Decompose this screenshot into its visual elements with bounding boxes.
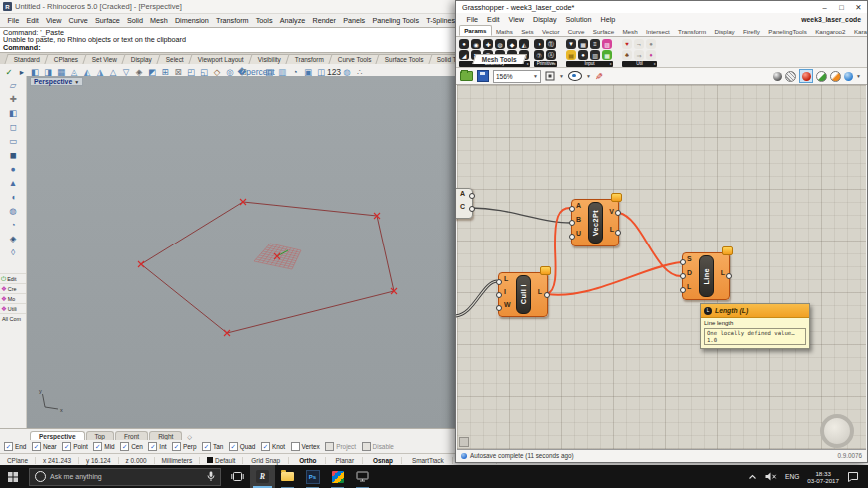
component-vec2pt[interactable]: Vec2Pt A B U V L bbox=[571, 199, 619, 246]
sidebar-tool-icon[interactable]: ● bbox=[7, 162, 20, 175]
toolbar-tab[interactable]: Transform bbox=[285, 54, 333, 64]
taskbar-app-display[interactable] bbox=[350, 465, 375, 488]
input-port[interactable] bbox=[680, 259, 686, 265]
checkbox[interactable] bbox=[148, 442, 157, 451]
rhino-menu-item[interactable]: Solid bbox=[123, 16, 146, 25]
ribbon-icon[interactable]: ⑪ bbox=[546, 39, 556, 49]
sidebar-tool-icon[interactable]: ◈ bbox=[7, 232, 20, 244]
taskbar-app-rhino[interactable]: R bbox=[250, 465, 275, 488]
cplane-button[interactable]: CPlane bbox=[0, 457, 36, 464]
sidebar-tool-icon[interactable]: ✚ bbox=[7, 92, 20, 105]
toolbar-tab[interactable]: Viewport Layout bbox=[188, 54, 253, 64]
warning-balloon-icon[interactable] bbox=[540, 266, 551, 275]
category-tab[interactable]: Maths bbox=[492, 27, 517, 36]
category-tab[interactable]: Sets bbox=[517, 27, 538, 36]
sidebar-tool-icon[interactable]: ◊ bbox=[7, 245, 20, 258]
cortana-search-box[interactable]: Ask me anything bbox=[29, 468, 221, 486]
taskbar-app-photos[interactable] bbox=[325, 465, 350, 488]
input-port[interactable] bbox=[680, 273, 686, 279]
grasshopper-menu-item[interactable]: Solution bbox=[561, 15, 596, 24]
zoom-extents-icon[interactable] bbox=[545, 71, 555, 81]
osnap-toggle[interactable]: Knot bbox=[261, 442, 285, 451]
input-port[interactable] bbox=[680, 287, 686, 293]
grasshopper-menu-item[interactable]: Edit bbox=[483, 15, 504, 24]
grasshopper-menu-item[interactable]: Help bbox=[596, 15, 620, 24]
status-toggle[interactable]: Osnap bbox=[365, 457, 402, 464]
sidebar-group-item[interactable]: All Com bbox=[0, 313, 26, 323]
sidebar-tool-icon[interactable]: ◔ bbox=[7, 218, 20, 231]
rhino-menu-item[interactable]: Surface bbox=[91, 16, 123, 25]
rhino-menu-item[interactable]: Dimension bbox=[171, 16, 212, 25]
component-cull-index[interactable]: Cull i L I W L bbox=[498, 272, 548, 317]
ribbon-icon[interactable]: ● bbox=[459, 39, 469, 49]
rhino-menu-item[interactable]: Tools bbox=[252, 16, 276, 25]
checkbox[interactable] bbox=[202, 442, 211, 451]
ribbon-icon[interactable]: ≡ bbox=[590, 39, 600, 49]
output-port[interactable] bbox=[726, 273, 732, 279]
sidebar-tool-icon[interactable]: ◻ bbox=[7, 120, 20, 133]
ribbon-icon[interactable]: ✚ bbox=[483, 39, 493, 49]
ribbon-icon[interactable]: ◢ bbox=[459, 50, 469, 60]
ribbon-icon[interactable]: ♥ bbox=[622, 39, 632, 49]
checkbox[interactable] bbox=[4, 442, 13, 451]
save-file-icon[interactable] bbox=[477, 70, 489, 82]
component-partial[interactable]: A C bbox=[455, 188, 473, 219]
sidebar-group-item[interactable]: ⏻Edit bbox=[0, 273, 26, 283]
toolbar-tab[interactable]: Curve Tools bbox=[328, 54, 381, 64]
ribbon-icon[interactable]: → bbox=[634, 39, 644, 49]
sidebar-tool-icon[interactable]: ◼ bbox=[7, 148, 20, 161]
warning-balloon-icon[interactable] bbox=[611, 193, 622, 202]
ribbon-icon[interactable]: ◑ bbox=[534, 39, 544, 49]
canvas-corner-widget[interactable] bbox=[459, 437, 469, 447]
osnap-toggle[interactable]: Point bbox=[62, 442, 88, 451]
layer-indicator[interactable]: Default bbox=[200, 457, 243, 464]
preview-selected-icon[interactable] bbox=[816, 71, 827, 82]
osnap-toggle[interactable]: Cen bbox=[120, 442, 143, 451]
category-tab[interactable]: Transform bbox=[674, 27, 710, 36]
ribbon-group-label[interactable]: Util bbox=[622, 61, 657, 67]
input-port[interactable] bbox=[569, 220, 575, 226]
taskbar-app-explorer[interactable] bbox=[275, 465, 300, 488]
microphone-icon[interactable] bbox=[207, 471, 215, 482]
component-name-capsule[interactable]: Cull i bbox=[516, 275, 531, 314]
wireframe-preview-icon[interactable] bbox=[785, 71, 796, 82]
open-file-icon[interactable] bbox=[460, 71, 473, 81]
toolbar-tab[interactable]: Standard bbox=[4, 54, 49, 64]
checkbox[interactable] bbox=[261, 442, 270, 451]
sidebar-tool-icon[interactable]: ◖ bbox=[7, 190, 20, 203]
rhino-menu-item[interactable]: Panels bbox=[340, 16, 369, 25]
preview-eye-icon[interactable] bbox=[568, 71, 582, 81]
rhino-menu-item[interactable]: Curve bbox=[65, 16, 91, 25]
action-center-icon[interactable] bbox=[847, 471, 859, 482]
rhino-menu-item[interactable]: Transform bbox=[212, 16, 252, 25]
output-port[interactable] bbox=[469, 206, 475, 212]
ribbon-icon[interactable]: ◍ bbox=[495, 39, 505, 49]
osnap-toggle[interactable]: End bbox=[4, 442, 26, 451]
grasshopper-menu-item[interactable]: File bbox=[462, 15, 483, 24]
sketch-pencil-icon[interactable]: ✎ bbox=[595, 72, 603, 81]
warning-balloon-icon[interactable] bbox=[722, 246, 733, 255]
ribbon-group-label[interactable]: Input bbox=[566, 61, 613, 67]
status-toggle[interactable]: SmartTrack bbox=[404, 457, 453, 464]
minimize-button[interactable]: – bbox=[816, 3, 833, 12]
ribbon-icon[interactable]: ⇒ bbox=[634, 50, 644, 60]
checkbox[interactable] bbox=[362, 442, 371, 451]
category-tab[interactable]: Display bbox=[710, 27, 739, 36]
show-hidden-icons-chevron[interactable] bbox=[748, 474, 757, 480]
osnap-toggle[interactable]: Int bbox=[148, 442, 166, 451]
category-tab[interactable]: Curve bbox=[564, 27, 589, 36]
ribbon-icon[interactable]: ● bbox=[578, 50, 588, 60]
canvas-compass-widget[interactable] bbox=[820, 414, 854, 448]
category-tab[interactable]: Karamba bbox=[850, 27, 868, 36]
ribbon-icon[interactable]: ♣ bbox=[622, 50, 632, 60]
category-tab[interactable]: Params bbox=[459, 25, 492, 36]
rhino-menu-item[interactable]: Mesh bbox=[147, 16, 172, 25]
component-line-sdl[interactable]: Line S D L L bbox=[682, 252, 730, 300]
input-port[interactable] bbox=[569, 234, 575, 240]
checkbox[interactable] bbox=[172, 442, 181, 451]
checkbox[interactable] bbox=[62, 442, 71, 451]
osnap-toggle[interactable]: Quad bbox=[229, 442, 256, 451]
taskbar-app-photoshop[interactable]: Ps bbox=[300, 465, 325, 488]
category-tab[interactable]: Firefly bbox=[739, 27, 764, 36]
osnap-toggle[interactable]: Vertex bbox=[291, 442, 320, 451]
